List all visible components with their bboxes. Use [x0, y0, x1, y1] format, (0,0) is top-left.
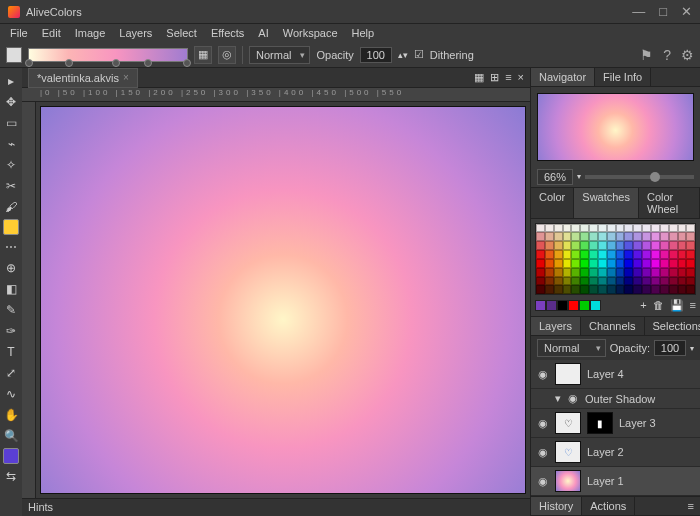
- swatch-cell[interactable]: [686, 232, 695, 241]
- swatch-cell[interactable]: [642, 277, 651, 286]
- swatch-cell[interactable]: [554, 250, 563, 259]
- swatch-cell[interactable]: [651, 241, 660, 250]
- swatch-recent-item[interactable]: [590, 300, 601, 311]
- swatch-cell[interactable]: [536, 224, 545, 233]
- gradient-editor[interactable]: [28, 48, 188, 62]
- swatch-cell[interactable]: [633, 250, 642, 259]
- swatch-cell[interactable]: [669, 250, 678, 259]
- swatch-cell[interactable]: [607, 241, 616, 250]
- swatch-cell[interactable]: [633, 224, 642, 233]
- layer-opacity-stepper[interactable]: ▾: [690, 344, 694, 353]
- tab-colorwheel[interactable]: Color Wheel: [639, 188, 700, 218]
- tab-history[interactable]: History: [531, 497, 582, 515]
- visibility-icon[interactable]: ◉: [537, 475, 549, 488]
- swatch-cell[interactable]: [536, 241, 545, 250]
- menu-select[interactable]: Select: [160, 25, 203, 41]
- swatch-cell[interactable]: [598, 250, 607, 259]
- fx-toggle-icon[interactable]: ▾: [555, 392, 561, 405]
- swatch-cell[interactable]: [616, 259, 625, 268]
- swatch-cell[interactable]: [598, 259, 607, 268]
- gradient-stop[interactable]: [183, 59, 191, 67]
- tab-fileinfo[interactable]: File Info: [595, 68, 651, 86]
- swatch-cell[interactable]: [651, 250, 660, 259]
- tab-layers[interactable]: Layers: [531, 317, 581, 335]
- swatch-cell[interactable]: [580, 277, 589, 286]
- swatch-cell[interactable]: [563, 224, 572, 233]
- zoom-tool[interactable]: 🔍: [2, 427, 20, 445]
- eyedropper-tool[interactable]: ⤢: [2, 364, 20, 382]
- swatch-cell[interactable]: [678, 277, 687, 286]
- marquee-tool[interactable]: ▭: [2, 114, 20, 132]
- layout-icon[interactable]: ▦: [474, 71, 484, 84]
- paint-tool[interactable]: ✎: [2, 301, 20, 319]
- swap-colors-icon[interactable]: ⇆: [2, 467, 20, 485]
- hand-tool[interactable]: ✋: [2, 406, 20, 424]
- swatch-cell[interactable]: [598, 232, 607, 241]
- swatch-cell[interactable]: [589, 268, 598, 277]
- swatch-cell[interactable]: [607, 250, 616, 259]
- swatch-cell[interactable]: [536, 232, 545, 241]
- swatch-cell[interactable]: [642, 259, 651, 268]
- swatch-cell[interactable]: [686, 277, 695, 286]
- swatch-cell[interactable]: [624, 277, 633, 286]
- menu-layers[interactable]: Layers: [113, 25, 158, 41]
- notification-icon[interactable]: ⚑: [640, 47, 653, 63]
- swatch-cell[interactable]: [554, 232, 563, 241]
- swatch-cell[interactable]: [589, 285, 598, 294]
- swatch-cell[interactable]: [545, 241, 554, 250]
- menu-ai[interactable]: AI: [252, 25, 274, 41]
- swatch-cell[interactable]: [571, 285, 580, 294]
- swatch-cell[interactable]: [686, 259, 695, 268]
- delete-swatch-icon[interactable]: 🗑: [653, 299, 664, 312]
- swatch-cell[interactable]: [669, 259, 678, 268]
- swatch-cell[interactable]: [545, 232, 554, 241]
- swatch-cell[interactable]: [633, 232, 642, 241]
- tab-color[interactable]: Color: [531, 188, 574, 218]
- gradient-stop[interactable]: [144, 59, 152, 67]
- menu-icon[interactable]: ≡: [505, 71, 511, 84]
- swatch-cell[interactable]: [616, 241, 625, 250]
- swatch-cell[interactable]: [607, 259, 616, 268]
- zoom-slider[interactable]: [585, 175, 694, 179]
- text-tool[interactable]: T: [2, 343, 20, 361]
- swatch-cell[interactable]: [554, 277, 563, 286]
- menu-edit[interactable]: Edit: [36, 25, 67, 41]
- close-tab-icon[interactable]: ×: [123, 72, 129, 83]
- swatch-cell[interactable]: [616, 285, 625, 294]
- swatch-cell[interactable]: [563, 277, 572, 286]
- swatch-cell[interactable]: [598, 224, 607, 233]
- tab-swatches[interactable]: Swatches: [574, 188, 639, 218]
- swatch-cell[interactable]: [624, 224, 633, 233]
- swatch-cell[interactable]: [536, 268, 545, 277]
- swatch-cell[interactable]: [616, 250, 625, 259]
- swatch-cell[interactable]: [669, 241, 678, 250]
- swatch-cell[interactable]: [660, 250, 669, 259]
- swatch-cell[interactable]: [607, 268, 616, 277]
- swatch-recent-item[interactable]: [568, 300, 579, 311]
- layer-row[interactable]: ◉ Layer 1: [531, 467, 700, 496]
- opacity-input[interactable]: 100: [360, 47, 392, 63]
- zoom-value[interactable]: 66%: [537, 169, 573, 185]
- layer-opacity-input[interactable]: 100: [654, 340, 686, 356]
- swatch-cell[interactable]: [571, 268, 580, 277]
- swatch-cell[interactable]: [642, 241, 651, 250]
- swatch-cell[interactable]: [598, 285, 607, 294]
- swatch-cell[interactable]: [554, 285, 563, 294]
- tab-selections[interactable]: Selections: [645, 317, 700, 335]
- navigator-preview[interactable]: [537, 93, 694, 161]
- menu-workspace[interactable]: Workspace: [277, 25, 344, 41]
- swatch-cell[interactable]: [651, 259, 660, 268]
- swatch-cell[interactable]: [563, 232, 572, 241]
- swatch-cell[interactable]: [545, 285, 554, 294]
- swatch-cell[interactable]: [642, 250, 651, 259]
- canvas[interactable]: [36, 102, 530, 498]
- swatch-cell[interactable]: [624, 232, 633, 241]
- layer-row[interactable]: ◉ ♡ Layer 2: [531, 438, 700, 467]
- swatch-cell[interactable]: [678, 241, 687, 250]
- swatch-cell[interactable]: [545, 259, 554, 268]
- swatch-cell[interactable]: [660, 241, 669, 250]
- swatch-cell[interactable]: [571, 250, 580, 259]
- brush-tool[interactable]: 🖌: [2, 198, 20, 216]
- swatch-cell[interactable]: [589, 250, 598, 259]
- swatch-cell[interactable]: [563, 259, 572, 268]
